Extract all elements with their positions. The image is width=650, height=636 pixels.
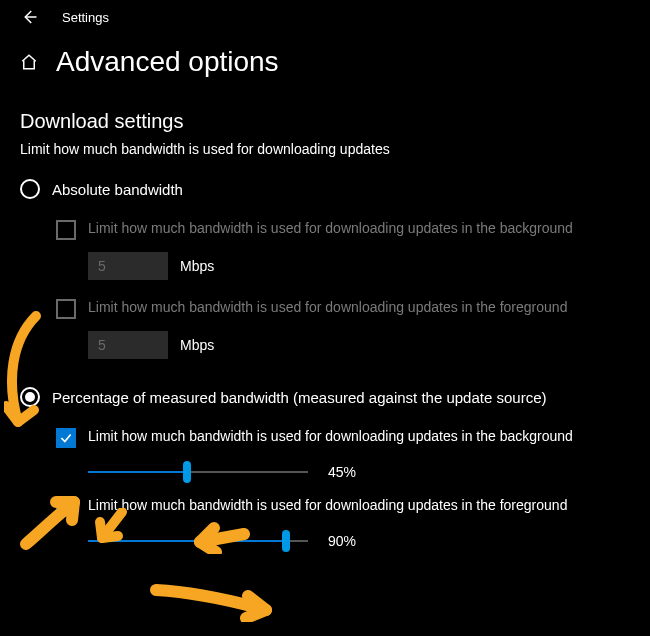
annotation-arrow-icon bbox=[150, 582, 280, 622]
absolute-background-input[interactable]: 5 bbox=[88, 252, 168, 280]
checkbox-checked-icon bbox=[56, 428, 76, 448]
radio-absolute-label: Absolute bandwidth bbox=[52, 181, 183, 198]
radio-absolute-bandwidth[interactable]: Absolute bandwidth bbox=[0, 175, 650, 203]
absolute-background-label: Limit how much bandwidth is used for dow… bbox=[88, 219, 573, 239]
checkbox-unchecked-icon bbox=[56, 220, 76, 240]
radio-unchecked-icon bbox=[20, 179, 40, 199]
checkbox-checked-icon bbox=[56, 497, 76, 517]
section-description: Limit how much bandwidth is used for dow… bbox=[0, 141, 650, 175]
absolute-foreground-checkbox[interactable]: Limit how much bandwidth is used for dow… bbox=[56, 290, 630, 327]
absolute-foreground-unit: Mbps bbox=[180, 337, 214, 353]
percentage-background-slider[interactable] bbox=[88, 462, 308, 482]
percentage-foreground-value: 90% bbox=[328, 533, 368, 549]
section-title: Download settings bbox=[0, 88, 650, 141]
percentage-foreground-label: Limit how much bandwidth is used for dow… bbox=[88, 496, 567, 516]
absolute-foreground-input[interactable]: 5 bbox=[88, 331, 168, 359]
radio-percentage-bandwidth[interactable]: Percentage of measured bandwidth (measur… bbox=[0, 383, 650, 411]
back-icon[interactable] bbox=[20, 8, 38, 26]
percentage-foreground-checkbox[interactable]: Limit how much bandwidth is used for dow… bbox=[56, 488, 630, 525]
home-icon[interactable] bbox=[20, 53, 38, 71]
absolute-foreground-label: Limit how much bandwidth is used for dow… bbox=[88, 298, 567, 318]
percentage-background-value: 45% bbox=[328, 464, 368, 480]
checkbox-unchecked-icon bbox=[56, 299, 76, 319]
percentage-foreground-slider[interactable] bbox=[88, 531, 308, 551]
radio-percentage-label: Percentage of measured bandwidth (measur… bbox=[52, 389, 546, 406]
radio-checked-icon bbox=[20, 387, 40, 407]
app-title: Settings bbox=[62, 10, 109, 25]
percentage-background-checkbox[interactable]: Limit how much bandwidth is used for dow… bbox=[56, 419, 630, 456]
absolute-background-unit: Mbps bbox=[180, 258, 214, 274]
percentage-background-label: Limit how much bandwidth is used for dow… bbox=[88, 427, 573, 447]
absolute-background-checkbox[interactable]: Limit how much bandwidth is used for dow… bbox=[56, 211, 630, 248]
page-title: Advanced options bbox=[56, 46, 279, 78]
